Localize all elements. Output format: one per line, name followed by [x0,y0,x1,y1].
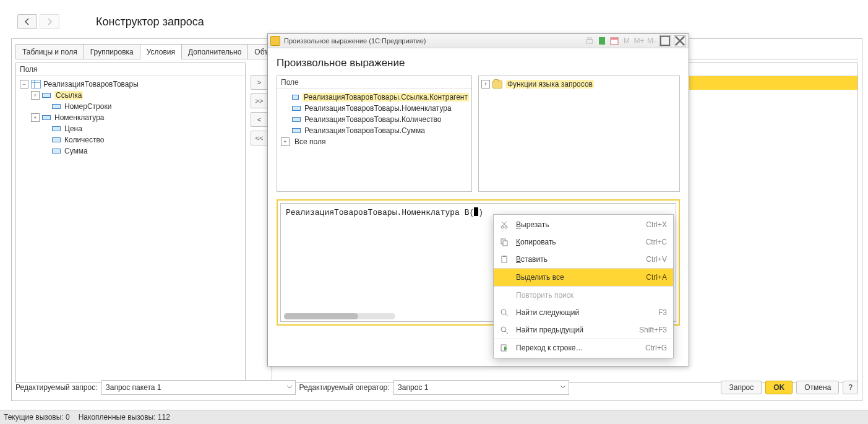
context-menu-label: Найти следующий [516,308,658,317]
footer-row: Редактируемый запрос: Запрос пакета 1 Ре… [15,379,858,396]
field-icon [292,106,301,111]
field-label: Количество [64,136,104,144]
svg-rect-11 [503,256,505,257]
field-icon [52,126,61,131]
query-button[interactable]: Запрос [721,381,762,394]
mminus-button[interactable]: M- [647,36,656,46]
minimize-button[interactable] [659,35,671,46]
context-menu-shortcut: F3 [658,308,667,317]
search-icon [499,308,510,318]
svg-rect-0 [587,40,593,43]
field-label: Сумма [64,147,88,155]
help-button[interactable]: ? [843,381,858,394]
field-icon [292,95,299,100]
context-menu-item[interactable]: ВставитьCtrl+V [494,251,673,268]
edited-request-combo[interactable]: Запрос пакета 1 [101,380,296,395]
table-icon [31,80,41,89]
functions-root[interactable]: + Функции языка запросов [481,79,677,90]
mplus-button[interactable]: M+ [634,36,644,46]
expand-icon[interactable]: + [31,113,40,122]
fields-tree: − РеализацияТоваровТовары + Ссылка Номер… [16,76,245,157]
tree-root[interactable]: − РеализацияТоваровТовары [19,79,245,90]
edited-operator-combo[interactable]: Запрос 1 [393,380,569,395]
blank-icon [499,290,510,300]
fields-panel-header: Поля [16,63,245,76]
field-label: Ссылка [54,91,83,100]
functions-subpanel: + Функции языка запросов [478,76,680,192]
move-left-button[interactable]: < [251,112,268,127]
expand-icon[interactable]: + [281,137,290,146]
cancel-button[interactable]: Отмена [796,381,839,394]
dialog-titlebar[interactable]: Произвольное выражение (1С:Предприятие) … [268,34,689,48]
field-row[interactable]: РеализацияТоваровТовары.Сумма [280,125,469,136]
svg-rect-10 [502,256,507,262]
tree-item[interactable]: + Ссылка [19,90,245,101]
status-bar: Текущие вызовы: 0 Накопленные вызовы: 11… [0,410,868,424]
context-menu-shortcut: Ctrl+C [646,238,667,246]
all-fields-row[interactable]: + Все поля [280,136,469,147]
horizontal-scrollbar[interactable] [284,313,395,319]
fields-panel: Поля − РеализацияТоваровТовары + Ссылка … [15,63,246,383]
context-menu-item[interactable]: КопироватьCtrl+C [494,233,673,251]
tab-tables-fields[interactable]: Таблицы и поля [15,44,84,59]
tree-item[interactable]: НомерСтроки [19,101,245,112]
field-row[interactable]: РеализацияТоваровТовары.Ссылка.Контраген… [280,92,469,103]
close-button[interactable] [674,35,686,46]
m-button[interactable]: M [622,36,632,46]
edited-request-label: Редактируемый запрос: [15,383,98,392]
calc-green-icon[interactable] [597,36,607,46]
expand-icon[interactable]: + [31,91,40,100]
print-icon[interactable] [585,36,595,46]
chevron-down-icon [560,383,566,392]
status-accum-calls: Накопленные вызовы: 112 [79,413,170,422]
back-button[interactable] [17,14,37,29]
context-menu-item[interactable]: Выделить всеCtrl+A [494,268,673,286]
context-menu-item[interactable]: Найти предыдущийShift+F3 [494,321,673,339]
field-label: Цена [64,124,82,133]
folder-icon [492,80,502,89]
cut-icon [499,220,510,230]
collapse-icon[interactable]: − [20,80,28,89]
context-menu-item[interactable]: Найти следующийF3 [494,304,673,321]
move-right-button[interactable]: > [251,75,268,90]
tree-item[interactable]: Сумма [19,145,245,157]
context-menu-item[interactable]: Переход к строке…Ctrl+G [494,339,673,357]
field-row[interactable]: РеализацияТоваровТовары.Количество [280,114,469,125]
all-fields-label: Все поля [294,137,325,146]
ok-button[interactable]: OK [765,381,793,394]
move-all-left-button[interactable]: << [251,131,268,145]
field-row[interactable]: РеализацияТоваровТовары.Номенклатура [280,103,469,114]
context-menu-label: Вырезать [516,220,646,229]
tab-additional[interactable]: Дополнительно [181,44,248,59]
tree-item[interactable]: Цена [19,123,245,134]
page-title: Конструктор запроса [96,15,204,28]
expand-icon[interactable]: + [481,80,490,89]
field-row-label: РеализацияТоваровТовары.Ссылка.Контраген… [303,93,469,102]
tab-grouping[interactable]: Группировка [84,44,140,59]
tree-item[interactable]: Количество [19,134,245,145]
context-menu-item[interactable]: ВырезатьCtrl+X [494,216,673,233]
calendar-icon[interactable] [609,36,619,46]
expression-code: РеализацияТоваровТовары.Номенклатура В() [286,208,483,217]
context-menu-label: Найти предыдущий [516,326,639,334]
field-icon [52,104,61,109]
context-menu-shortcut: Ctrl+X [646,220,667,229]
context-menu-label: Копировать [516,238,646,246]
field-subpanel: Поле РеализацияТоваровТовары.Ссылка.Конт… [277,76,472,192]
move-all-right-button[interactable]: >> [251,93,268,108]
svg-rect-9 [503,241,507,246]
context-menu-label: Выделить все [516,273,646,282]
scrollbar-thumb[interactable] [284,313,358,319]
field-icon [52,137,61,142]
tree-item[interactable]: + Номенклатура [19,112,245,123]
context-menu-label: Повторить поиск [516,291,667,300]
chevron-down-icon [286,383,293,392]
paste-icon [499,254,510,264]
forward-button[interactable] [40,14,59,29]
context-menu-label: Вставить [516,255,646,264]
tab-conditions[interactable]: Условия [140,44,182,59]
svg-rect-4 [611,38,618,40]
context-menu-shortcut: Shift+F3 [639,326,667,334]
status-current-calls: Текущие вызовы: 0 [4,413,70,422]
dialog-heading: Произвольное выражение [277,57,680,69]
